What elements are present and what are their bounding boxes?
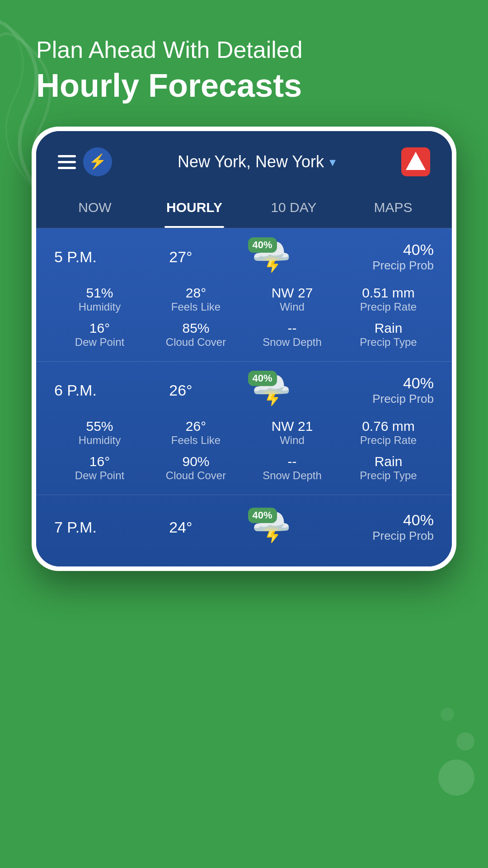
humidity-5pm: 51% Humidity [54, 285, 145, 313]
snow-depth-label-5pm: Snow Depth [247, 336, 338, 349]
precip-rate-label-6pm: Precip Rate [343, 434, 434, 447]
precip-badge-7pm: 40% [248, 508, 277, 523]
bolt-snowflake-icon: ⚡ [88, 152, 108, 172]
location-dropdown-icon: ▾ [329, 155, 336, 170]
precip-prob-label-5pm: Precip Prob [334, 259, 434, 273]
dew-point-label-5pm: Dew Point [54, 336, 145, 349]
icon-area-5pm: 🌩️ 40% [226, 241, 316, 273]
forecast-main-5pm: 5 P.M. 27° 🌩️ 40% 40% Precip Prob [54, 241, 434, 273]
alert-count: 1 [412, 156, 420, 171]
cloud-cover-5pm: 85% Cloud Cover [150, 321, 241, 349]
icon-area-7pm: 🌩️ 40% [226, 511, 316, 543]
precip-prob-value-7pm: 40% [334, 511, 434, 529]
svg-text:⚡: ⚡ [89, 153, 107, 170]
temp-6pm: 26° [154, 382, 208, 399]
humidity-6pm: 55% Humidity [54, 419, 145, 447]
tab-maps[interactable]: MAPS [343, 187, 443, 228]
precip-6pm: 40% Precip Prob [334, 374, 434, 406]
cloud-cover-value-5pm: 85% [150, 321, 241, 336]
header-subtitle: Plan Ahead With Detailed [36, 36, 461, 63]
dew-point-value-6pm: 16° [54, 454, 145, 469]
forecast-row-6pm: 6 P.M. 26° 🌩️ 40% 40% Precip Prob [36, 362, 452, 495]
wind-6pm: NW 21 Wind [247, 419, 338, 447]
snow-depth-5pm: -- Snow Depth [247, 321, 338, 349]
precip-type-label-5pm: Precip Type [343, 336, 434, 349]
dew-point-6pm: 16° Dew Point [54, 454, 145, 482]
feels-like-label-6pm: Feels Like [150, 434, 241, 447]
cloud-cover-label-6pm: Cloud Cover [150, 469, 241, 482]
temp-7pm: 24° [154, 519, 208, 536]
precip-type-value-5pm: Rain [343, 321, 434, 336]
location-text: New York, New York [178, 152, 324, 171]
weather-icon-7pm: 🌩️ 40% [252, 511, 291, 543]
precip-rate-value-6pm: 0.76 mm [343, 419, 434, 434]
wind-5pm: NW 27 Wind [247, 285, 338, 313]
snow-depth-6pm: -- Snow Depth [247, 454, 338, 482]
nav-logo-area[interactable]: ⚡ [58, 147, 112, 176]
humidity-label-6pm: Humidity [54, 434, 145, 447]
precip-type-6pm: Rain Precip Type [343, 454, 434, 482]
precip-prob-label-6pm: Precip Prob [334, 392, 434, 406]
details-row1-6pm: 55% Humidity 26° Feels Like NW 21 Wind 0… [54, 419, 434, 447]
humidity-value-5pm: 51% [54, 285, 145, 301]
details-row2-6pm: 16° Dew Point 90% Cloud Cover -- Snow De… [54, 454, 434, 482]
forecast-row-5pm: 5 P.M. 27° 🌩️ 40% 40% Precip Prob [36, 228, 452, 362]
wind-label-5pm: Wind [247, 301, 338, 313]
humidity-label-5pm: Humidity [54, 301, 145, 313]
svg-point-2 [441, 708, 454, 721]
feels-like-value-6pm: 26° [150, 419, 241, 434]
precip-badge-5pm: 40% [248, 237, 277, 253]
time-6pm: 6 P.M. [54, 382, 136, 399]
cloud-cover-label-5pm: Cloud Cover [150, 336, 241, 349]
temp-5pm: 27° [154, 248, 208, 266]
promo-header: Plan Ahead With Detailed Hourly Forecast… [0, 0, 488, 122]
precip-prob-label-7pm: Precip Prob [334, 529, 434, 543]
precip-7pm: 40% Precip Prob [334, 511, 434, 543]
phone-mockup: ⚡ New York, New York ▾ 1 NOW HOURLY 10 D… [32, 127, 456, 571]
tab-hourly[interactable]: HOURLY [145, 187, 244, 228]
dew-point-5pm: 16° Dew Point [54, 321, 145, 349]
wind-label-6pm: Wind [247, 434, 338, 447]
bg-circles-decoration [389, 597, 479, 823]
precip-rate-6pm: 0.76 mm Precip Rate [343, 419, 434, 447]
cloud-cover-6pm: 90% Cloud Cover [150, 454, 241, 482]
nav-tabs: NOW HOURLY 10 DAY MAPS [36, 187, 452, 228]
forecast-main-7pm: 7 P.M. 24° 🌩️ 40% 40% Precip Prob [54, 511, 434, 543]
dew-point-value-5pm: 16° [54, 321, 145, 336]
precip-5pm: 40% Precip Prob [334, 241, 434, 273]
app-header: ⚡ New York, New York ▾ 1 [36, 131, 452, 187]
precip-badge-6pm: 40% [248, 371, 277, 386]
forecast-content: 5 P.M. 27° 🌩️ 40% 40% Precip Prob [36, 228, 452, 566]
forecast-main-6pm: 6 P.M. 26° 🌩️ 40% 40% Precip Prob [54, 374, 434, 406]
precip-type-label-6pm: Precip Type [343, 469, 434, 482]
precip-rate-label-5pm: Precip Rate [343, 301, 434, 313]
details-row1-5pm: 51% Humidity 28° Feels Like NW 27 Wind 0… [54, 285, 434, 313]
feels-like-label-5pm: Feels Like [150, 301, 241, 313]
location-selector[interactable]: New York, New York ▾ [178, 152, 336, 171]
tab-10day[interactable]: 10 DAY [244, 187, 343, 228]
header-title: Hourly Forecasts [36, 67, 461, 104]
svg-point-0 [438, 760, 474, 796]
feels-like-value-5pm: 28° [150, 285, 241, 301]
weather-icon-6pm: 🌩️ 40% [252, 374, 291, 406]
snow-depth-value-5pm: -- [247, 321, 338, 336]
alert-badge[interactable]: 1 [401, 147, 430, 176]
precip-prob-value-6pm: 40% [334, 374, 434, 392]
feels-like-5pm: 28° Feels Like [150, 285, 241, 313]
time-5pm: 5 P.M. [54, 248, 136, 266]
snow-depth-label-6pm: Snow Depth [247, 469, 338, 482]
time-7pm: 7 P.M. [54, 519, 136, 536]
forecast-row-7pm-partial: 7 P.M. 24° 🌩️ 40% 40% Precip Prob [36, 495, 452, 566]
wind-value-5pm: NW 27 [247, 285, 338, 301]
tab-now[interactable]: NOW [45, 187, 145, 228]
precip-rate-value-5pm: 0.51 mm [343, 285, 434, 301]
snow-depth-value-6pm: -- [247, 454, 338, 469]
precip-rate-5pm: 0.51 mm Precip Rate [343, 285, 434, 313]
icon-area-6pm: 🌩️ 40% [226, 374, 316, 406]
humidity-value-6pm: 55% [54, 419, 145, 434]
cloud-cover-value-6pm: 90% [150, 454, 241, 469]
phone-screen: ⚡ New York, New York ▾ 1 NOW HOURLY 10 D… [36, 131, 452, 566]
svg-point-1 [456, 732, 474, 750]
feels-like-6pm: 26° Feels Like [150, 419, 241, 447]
hamburger-menu-icon[interactable] [58, 155, 76, 169]
